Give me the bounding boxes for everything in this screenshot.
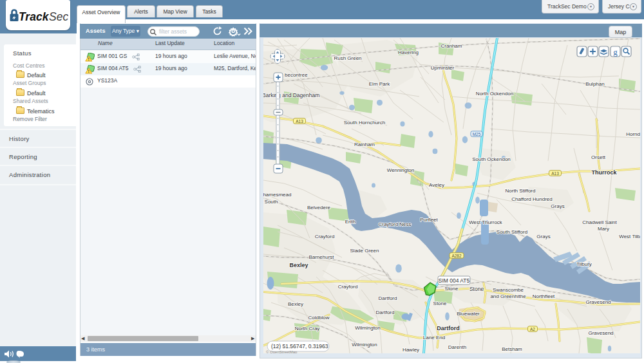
- svg-text:A282: A282: [451, 254, 462, 258]
- svg-text:Crayford Ness: Crayford Ness: [378, 221, 411, 227]
- svg-text:Wilmington: Wilmington: [355, 325, 381, 331]
- svg-text:Thamesmead: Thamesmead: [263, 192, 291, 198]
- svg-text:Slade Green: Slade Green: [350, 248, 379, 254]
- svg-text:Chadwell Saint: Chadwell Saint: [582, 219, 617, 225]
- svg-text:Gravesend: Gravesend: [588, 330, 613, 336]
- svg-text:becontree: becontree: [285, 72, 308, 78]
- svg-text:Stone: Stone: [445, 286, 459, 292]
- svg-text:Darenth: Darenth: [448, 344, 466, 350]
- svg-text:Sec: Sec: [49, 10, 68, 23]
- svg-text:Elm Park: Elm Park: [369, 81, 390, 87]
- svg-text:Crayford: Crayford: [338, 284, 358, 290]
- svg-text:South Hornchurch: South Hornchurch: [344, 120, 385, 126]
- svg-text:West Tilb: West Tilb: [619, 234, 640, 239]
- svg-text:South Stifford: South Stifford: [497, 229, 527, 235]
- svg-text:Coldblow: Coldblow: [308, 315, 330, 321]
- svg-text:Purfleet: Purfleet: [420, 217, 438, 223]
- svg-text:(12) 51.56747, 0.31963: (12) 51.56747, 0.31963: [271, 343, 328, 349]
- svg-text:Stone: Stone: [433, 301, 447, 306]
- svg-text:Barking and Dagenham: Barking and Dagenham: [263, 92, 319, 98]
- svg-text:Swanscombe: Swanscombe: [493, 287, 524, 293]
- svg-text:Erith: Erith: [345, 219, 355, 225]
- svg-text:A13: A13: [551, 171, 559, 176]
- svg-text:Havering: Havering: [398, 50, 419, 55]
- svg-text:Belvedere: Belvedere: [307, 205, 331, 210]
- svg-text:and Greenhithe: and Greenhithe: [490, 293, 526, 299]
- svg-text:Crayford: Crayford: [315, 234, 335, 239]
- svg-text:North Cray: North Cray: [295, 326, 320, 331]
- svg-text:Grays: Grays: [551, 203, 564, 209]
- svg-text:West Thurrock: West Thurrock: [469, 219, 503, 225]
- svg-text:Aveley: Aveley: [429, 182, 444, 188]
- svg-text:Grays: Grays: [536, 234, 550, 239]
- svg-text:Dartford: Dartford: [437, 325, 460, 331]
- svg-text:Rainham: Rainham: [354, 142, 375, 147]
- svg-text:Dartford: Dartford: [376, 310, 395, 315]
- svg-text:M25: M25: [473, 132, 481, 136]
- svg-text:Betsham: Betsham: [502, 346, 522, 352]
- svg-text:A2: A2: [530, 327, 535, 331]
- svg-text:Upminster: Upminster: [431, 65, 455, 71]
- svg-text:Tilbury: Tilbury: [576, 261, 592, 267]
- svg-text:Rush Green: Rush Green: [334, 55, 361, 61]
- svg-text:Bluewater: Bluewater: [457, 311, 480, 317]
- svg-text:Gravesend: Gravesend: [585, 299, 611, 305]
- svg-text:Barnehurst: Barnehurst: [308, 254, 334, 260]
- svg-text:Wennington: Wennington: [387, 167, 415, 173]
- svg-text:Cranham: Cranham: [441, 43, 462, 49]
- svg-text:Stone: Stone: [469, 286, 484, 292]
- svg-text:South Ockendon: South Ockendon: [472, 156, 511, 162]
- svg-text:A13: A13: [296, 119, 303, 124]
- svg-text:Bexley: Bexley: [289, 262, 308, 268]
- svg-text:Lane End: Lane End: [423, 335, 445, 340]
- svg-text:Chafford Hundred: Chafford Hundred: [511, 196, 552, 202]
- svg-text:Thurrock: Thurrock: [591, 169, 617, 176]
- svg-text:g: g: [613, 47, 618, 57]
- svg-text:Orsett: Orsett: [591, 154, 606, 160]
- svg-text:Wilmington: Wilmington: [352, 342, 377, 348]
- svg-text:Bexley: Bexley: [288, 301, 303, 307]
- svg-text:SIM 004 AT5: SIM 004 AT5: [439, 277, 470, 284]
- svg-text:South: South: [265, 199, 278, 205]
- svg-text:Dartford: Dartford: [379, 295, 397, 301]
- svg-text:Hawley: Hawley: [402, 347, 419, 353]
- svg-text:Northfleet: Northfleet: [533, 293, 555, 299]
- svg-text:Hornd: Hornd: [626, 131, 640, 137]
- svg-text:Track: Track: [19, 10, 50, 23]
- svg-text:North Stifford: North Stifford: [506, 188, 536, 194]
- svg-text:North Ockendon: North Ockendon: [476, 91, 513, 97]
- svg-text:© OpenStreetMap: © OpenStreetMap: [266, 350, 298, 354]
- svg-text:Mary: Mary: [598, 226, 609, 232]
- svg-text:Bulphan: Bulphan: [585, 81, 604, 87]
